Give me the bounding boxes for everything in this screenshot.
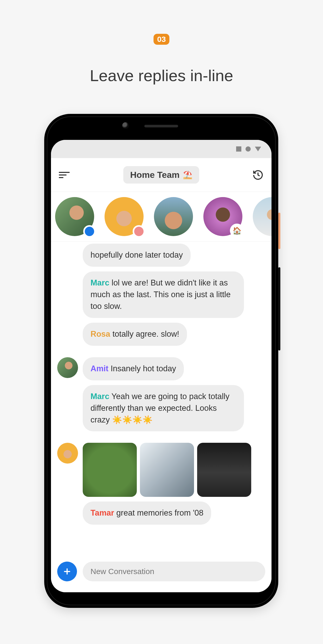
message-group: Amit Insanely hot today Marc Yeah we are… <box>57 357 265 432</box>
presence-dot <box>133 225 145 238</box>
phone-speaker <box>144 125 178 127</box>
story-item[interactable] <box>105 197 144 236</box>
sender-name: Rosa <box>91 329 110 339</box>
avatar[interactable] <box>57 357 78 378</box>
story-badge-icon: 🏠 <box>230 224 244 238</box>
presence-dot <box>83 225 96 238</box>
chat-bubble[interactable]: hopefully done later today <box>83 244 191 267</box>
phone-camera <box>122 122 129 129</box>
message-input[interactable] <box>83 562 265 581</box>
message-text: great memories from '08 <box>114 508 204 517</box>
phone-screen: Home Team ⛱️ <box>51 140 272 592</box>
chat-bubble[interactable]: Rosa totally agree. slow! <box>83 323 187 346</box>
volume-button <box>278 267 280 350</box>
story-item[interactable]: 🏠 <box>203 197 242 236</box>
phone-frame: Home Team ⛱️ <box>44 114 278 608</box>
slide-headline: Leave replies in-line <box>0 66 323 85</box>
chat-scroll[interactable]: hopefully done later today Marc lol we a… <box>51 242 272 558</box>
image-attachment[interactable] <box>83 443 137 497</box>
image-attachment-row <box>83 443 265 497</box>
stories-row[interactable]: 🏠 <box>51 192 272 242</box>
message-group: Tamar great memories from '08 <box>57 443 265 525</box>
status-icon <box>236 146 241 152</box>
story-item[interactable] <box>55 197 94 236</box>
chat-bubble[interactable]: Amit Insanely hot today <box>83 357 184 380</box>
menu-button[interactable] <box>59 169 70 181</box>
image-attachment[interactable] <box>197 443 251 497</box>
status-icon <box>246 146 251 152</box>
message-text: totally agree. slow! <box>110 329 179 339</box>
image-attachment[interactable] <box>140 443 194 497</box>
message-text: Insanely hot today <box>108 364 176 373</box>
chat-bubble[interactable]: Marc lol we are! But we didn't like it a… <box>83 271 244 318</box>
power-button <box>278 213 280 249</box>
story-item[interactable] <box>154 197 193 236</box>
composer-bar <box>51 558 272 592</box>
message-text: Yeah we are going to pack totally differ… <box>91 392 229 424</box>
chat-bubble[interactable]: Tamar great memories from '08 <box>83 502 211 525</box>
message-text: lol we are! But we didn't like it as muc… <box>91 278 231 311</box>
sender-name: Marc <box>91 392 109 401</box>
sender-name: Amit <box>91 364 108 373</box>
status-icon <box>255 147 261 151</box>
slide-number-badge: 03 <box>153 34 169 45</box>
channel-selector[interactable]: Home Team ⛱️ <box>123 166 199 184</box>
chat-bubble[interactable]: Marc Yeah we are going to pack totally d… <box>83 385 244 432</box>
android-status-bar <box>51 140 272 158</box>
new-conversation-button[interactable] <box>57 562 77 581</box>
sender-name: Marc <box>91 278 109 287</box>
sender-name: Tamar <box>91 508 114 517</box>
app-header: Home Team ⛱️ <box>51 158 272 192</box>
channel-emoji: ⛱️ <box>183 170 192 179</box>
message-text: hopefully done later today <box>91 250 183 259</box>
channel-name: Home Team <box>130 170 179 180</box>
message-group: hopefully done later today Marc lol we a… <box>57 244 265 346</box>
avatar[interactable] <box>57 443 78 464</box>
story-item[interactable] <box>253 197 272 236</box>
history-button[interactable] <box>252 169 264 181</box>
